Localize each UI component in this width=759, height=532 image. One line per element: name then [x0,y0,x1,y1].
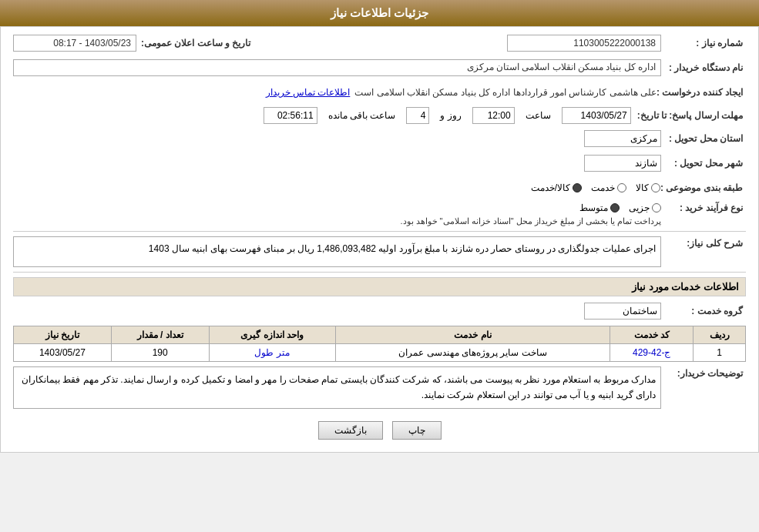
category-label: طبقه بندی موضوعی : [660,182,746,193]
main-container: جزئیات اطلاعات نیاز شماره نیاز : 1103005… [0,0,759,453]
process-label: نوع فرآیند خرید : [661,202,746,213]
print-button[interactable]: چاپ [392,421,442,440]
col-date: تاریخ نیاز [14,326,112,344]
deadline-time-box: 12:00 [472,107,515,124]
table-cell: 1403/05/27 [14,344,112,362]
notes-box: مدارک مربوط به استعلام مورد نظر به پیوست… [13,366,661,409]
service-group-label: گروه خدمت : [661,306,746,316]
category-option-khedmat: خدمت [591,182,626,193]
radio-kalakhedmat-icon [573,183,582,192]
org-value: اداره کل بنیاد مسکن انقلاب اسلامی استان … [467,62,656,72]
announce-value: 1403/05/23 - 08:17 [53,38,131,49]
table-cell: ساخت سایر پروژه‌های مهندسی عمران [335,344,610,362]
col-unit: واحد اندازه گیری [209,326,335,344]
page-header: جزئیات اطلاعات نیاز [0,0,759,26]
deadline-remaining: 02:56:11 [277,110,314,121]
back-button[interactable]: بازگشت [318,421,383,440]
services-section-header: اطلاعات خدمات مورد نیاز [13,277,746,296]
process-option-jozi: جزیی [629,202,661,213]
creator-row: ایجاد کننده درخواست : علی هاشمی کارشناس … [13,82,746,102]
header-title: جزئیات اطلاعات نیاز [331,6,428,19]
deadline-date-box: 1403/05/27 [562,107,631,124]
notes-value: مدارک مربوط به استعلام مورد نظر به پیوست… [22,374,656,400]
tender-number-value: 1103005222000138 [573,38,656,49]
announce-label: تاریخ و ساعت اعلان عمومی: [141,38,254,49]
notes-row: توضیحات خریدار: مدارک مربوط به استعلام م… [13,366,746,409]
category-kala-label: کالا [636,182,649,193]
description-row: شرح کلی نیاز: اجرای عملیات جدولگذاری در … [13,236,746,267]
province-row: استان محل تحویل : مرکزی [13,129,746,149]
service-group-row: گروه خدمت : ساختمان [13,301,746,321]
radio-khedmat-icon [617,183,626,192]
col-qty: تعداد / مقدار [111,326,209,344]
content-area: شماره نیاز : 1103005222000138 تاریخ و سا… [0,26,759,453]
tender-number-label: شماره نیاز : [661,38,746,49]
deadline-time: 12:00 [488,110,511,121]
announce-box: 1403/05/23 - 08:17 [13,35,136,52]
description-box: اجرای عملیات جدولگذاری در روستای حصار در… [13,236,661,267]
process-jozi-label: جزیی [629,202,650,213]
notes-label: توضیحات خریدار: [661,366,746,379]
category-radio-group: کالا خدمت کالا/خدمت [531,182,660,193]
divider-2 [13,272,746,273]
city-label: شهر محل تحویل : [661,158,746,169]
category-kalakhedmat-label: کالا/خدمت [531,182,570,193]
province-label: استان محل تحویل : [661,133,746,144]
col-row: ردیف [694,326,746,344]
province-value: مرکزی [630,133,657,144]
deadline-days-box: 4 [406,107,429,124]
process-note: پرداخت تمام یا بخشی از مبلغ خریداز محل "… [400,216,661,226]
org-label: نام دستگاه خریدار : [661,62,746,73]
table-cell: 1 [694,344,746,362]
tender-number-row: شماره نیاز : 1103005222000138 تاریخ و سا… [13,33,746,53]
category-option-kalakhedmat: کالا/خدمت [531,182,582,193]
deadline-remaining-label: ساعت باقی مانده [328,110,396,121]
city-row: شهر محل تحویل : شازند [13,153,746,173]
radio-jozi-icon [652,203,661,212]
col-name: نام خدمت [335,326,610,344]
deadline-time-label: ساعت [526,110,551,121]
service-group-box: ساختمان [584,303,661,320]
category-option-kala: کالا [636,182,660,193]
table-cell: ج-42-429 [610,344,694,362]
description-value: اجرای عملیات جدولگذاری در روستای حصار در… [149,243,656,254]
deadline-date: 1403/05/27 [581,110,627,121]
button-row: چاپ بازگشت [13,415,746,446]
city-box: شازند [584,155,661,172]
tender-number-box: 1103005222000138 [507,35,661,52]
deadline-days: 4 [421,110,426,121]
category-khedmat-label: خدمت [591,182,615,193]
table-cell: 190 [111,344,209,362]
divider-1 [13,231,746,232]
process-row: نوع فرآیند خرید : جزیی متوسط پرداخت تمام… [13,202,746,226]
province-box: مرکزی [584,130,661,147]
org-row: نام دستگاه خریدار : اداره کل بنیاد مسکن … [13,58,746,78]
process-motavaset-label: متوسط [579,202,608,213]
creator-link[interactable]: اطلاعات تماس خریدار [266,87,351,98]
creator-label: ایجاد کننده درخواست : [657,87,746,98]
category-row: طبقه بندی موضوعی : کالا خدمت کالا/خدمت [13,178,746,198]
services-table: ردیف کد خدمت نام خدمت واحد اندازه گیری ت… [13,326,746,362]
org-box: اداره کل بنیاد مسکن انقلاب اسلامی استان … [13,59,661,76]
deadline-days-label: روز و [440,110,461,121]
description-label: شرح کلی نیاز: [661,236,746,249]
deadline-row: مهلت ارسال پاسخ: تا تاریخ: 1403/05/27 سا… [13,107,746,124]
col-code: کد خدمت [610,326,694,344]
process-radio-group: جزیی متوسط [400,202,661,213]
table-row: 1ج-42-429ساخت سایر پروژه‌های مهندسی عمرا… [14,344,746,362]
deadline-label: مهلت ارسال پاسخ: تا تاریخ: [637,110,746,121]
city-value: شازند [635,158,657,169]
table-cell: متر طول [209,344,335,362]
radio-kala-icon [651,183,660,192]
service-group-value: ساختمان [623,306,657,316]
process-option-motavaset: متوسط [579,202,620,213]
creator-value: علی هاشمی کارشناس امور قراردادها اداره ک… [354,87,657,98]
radio-motavaset-icon [610,203,620,212]
deadline-remaining-box: 02:56:11 [264,107,317,124]
